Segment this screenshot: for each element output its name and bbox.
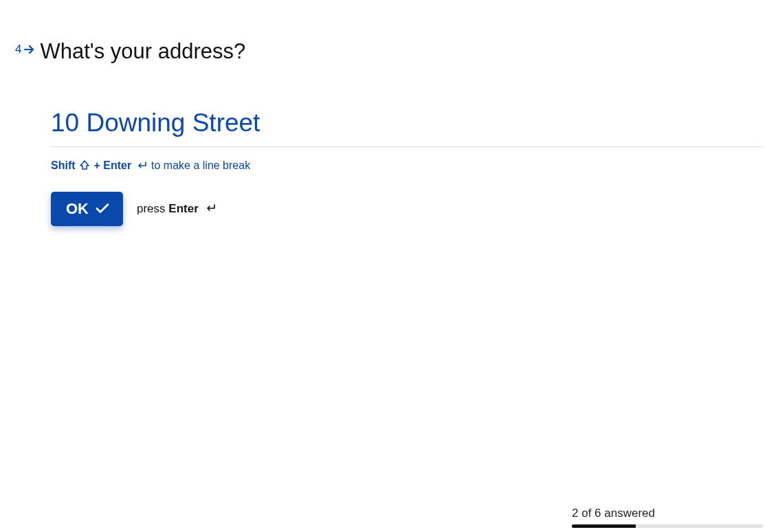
shift-icon xyxy=(80,160,89,173)
question-title: What's your address? xyxy=(40,38,245,65)
answer-block: 10 Downing Street Shift + Enter to make … xyxy=(51,108,763,226)
line-break-hint: Shift + Enter to make a line break xyxy=(51,159,763,173)
input-underline xyxy=(51,146,763,147)
enter-key-icon xyxy=(205,202,216,216)
hint-plus: + xyxy=(93,159,103,171)
hint-enter-label: Enter xyxy=(103,159,131,171)
press-prefix: press xyxy=(137,202,168,215)
progress-fill xyxy=(572,524,636,528)
question-number-value: 4 xyxy=(15,43,21,56)
ok-button[interactable]: OK xyxy=(51,192,123,226)
question-number: 4 xyxy=(15,38,34,56)
arrow-right-icon xyxy=(24,45,34,54)
question-block: 4 What's your address? 10 Downing Street… xyxy=(15,38,763,226)
press-enter-hint: press Enter xyxy=(137,202,216,217)
check-icon xyxy=(96,200,109,218)
progress-track xyxy=(572,524,763,528)
progress-label: 2 of 6 answered xyxy=(572,507,763,520)
question-header: 4 What's your address? xyxy=(15,38,763,65)
hint-shift-label: Shift xyxy=(51,159,76,171)
address-input[interactable]: 10 Downing Street xyxy=(51,108,763,145)
progress-indicator: 2 of 6 answered xyxy=(572,507,763,528)
hint-tail: to make a line break xyxy=(151,159,250,171)
ok-button-label: OK xyxy=(66,200,89,218)
action-row: OK press Enter xyxy=(51,192,763,226)
enter-key-icon xyxy=(136,160,147,173)
press-key: Enter xyxy=(168,202,198,215)
